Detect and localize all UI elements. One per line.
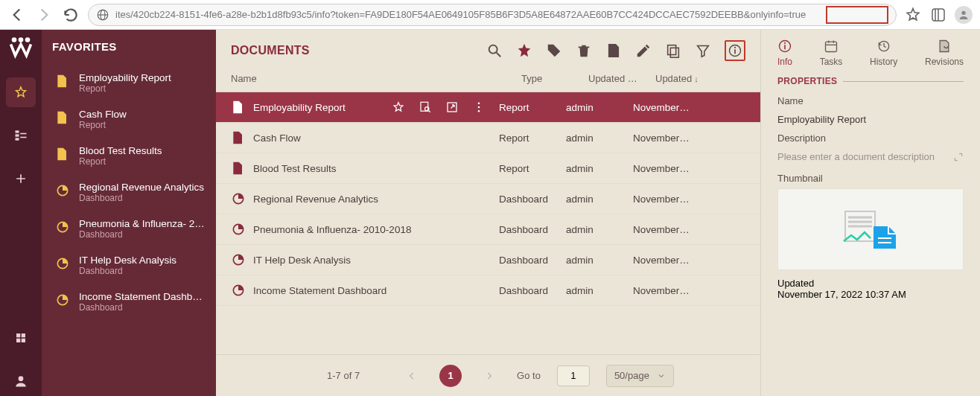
document-icon <box>231 161 246 176</box>
url-text: ites/420cb224-8151-4fe6-a28e-b2b1d8fb93c… <box>115 9 888 20</box>
row-star-icon[interactable] <box>392 100 405 114</box>
row-name: Cash Flow <box>253 132 301 144</box>
row-updated-by: admin <box>566 194 633 205</box>
table-row[interactable]: IT Help Desk AnalysisDashboardadminNovem… <box>216 245 760 275</box>
goto-input[interactable] <box>557 365 590 386</box>
row-updated: November… <box>633 132 715 144</box>
documents-panel: DOCUMENTS Name Type Updated … Updated↓ E… <box>216 30 760 396</box>
globe-icon <box>96 8 109 22</box>
info-button[interactable] <box>725 40 745 61</box>
row-type: Report <box>499 163 566 174</box>
document-icon <box>231 130 246 145</box>
row-updated-by: admin <box>566 163 633 174</box>
tag-button[interactable] <box>546 42 562 59</box>
col-updated[interactable]: Updated↓ <box>655 73 737 84</box>
dashboard-icon <box>231 191 246 206</box>
row-name: Pneumonia & Influenza- 2010-2018 <box>253 224 411 235</box>
documents-title: DOCUMENTS <box>231 44 486 57</box>
row-updated-by: admin <box>566 102 633 113</box>
row-type: Dashboard <box>499 285 566 296</box>
row-name: Regional Revenue Analytics <box>253 194 378 205</box>
rail-favorites[interactable] <box>6 77 36 107</box>
row-more-icon[interactable] <box>472 100 486 114</box>
row-open-icon[interactable] <box>445 100 459 114</box>
sort-desc-icon: ↓ <box>694 74 699 83</box>
goto-label: Go to <box>517 370 541 381</box>
row-updated: November… <box>633 285 715 296</box>
row-updated: November… <box>633 102 715 113</box>
table-row[interactable]: Regional Revenue AnalyticsDashboardadmin… <box>216 184 760 214</box>
row-name: Employability Report <box>253 102 346 113</box>
rows-container: Employability ReportReportadminNovember…… <box>216 92 760 354</box>
document-icon <box>231 100 246 115</box>
browser-chrome: ites/420cb224-8151-4fe6-a28e-b2b1d8fb93c… <box>0 0 980 30</box>
row-type: Dashboard <box>499 224 566 235</box>
row-type: Report <box>499 102 566 113</box>
page-size-select[interactable]: 50/page <box>606 365 674 387</box>
row-preview-icon[interactable] <box>419 100 432 114</box>
next-page-button[interactable] <box>478 365 500 387</box>
page-number[interactable]: 1 <box>439 365 462 387</box>
table-row[interactable]: Income Statement DashboardDashboardadmin… <box>216 275 760 306</box>
row-type: Dashboard <box>499 255 566 266</box>
column-header: Name Type Updated … Updated↓ <box>216 68 760 92</box>
toolbar <box>486 40 745 61</box>
chevron-down-icon <box>657 371 666 380</box>
delete-button[interactable] <box>576 42 592 59</box>
url-bar[interactable]: ites/420cb224-8151-4fe6-a28e-b2b1d8fb93c… <box>88 4 897 26</box>
prev-page-button[interactable] <box>401 365 423 387</box>
row-updated-by: admin <box>566 255 633 266</box>
dashboard-icon <box>231 283 246 298</box>
row-name: IT Help Desk Analysis <box>253 255 351 266</box>
col-updated-by[interactable]: Updated … <box>588 73 655 84</box>
table-row[interactable]: Pneumonia & Influenza- 2010-2018Dashboar… <box>216 214 760 245</box>
row-name: Blood Test Results <box>253 163 337 174</box>
table-row[interactable]: Blood Test ResultsReportadminNovember… <box>216 153 760 184</box>
table-row[interactable]: Employability ReportReportadminNovember… <box>216 92 760 123</box>
col-name[interactable]: Name <box>231 73 521 84</box>
row-updated: November… <box>633 194 715 205</box>
row-type: Report <box>499 132 566 144</box>
row-updated: November… <box>633 163 715 174</box>
download-button[interactable] <box>605 42 622 59</box>
search-button[interactable] <box>486 42 503 59</box>
table-row[interactable]: Cash FlowReportadminNovember… <box>216 123 760 153</box>
row-updated: November… <box>633 224 715 235</box>
favorite-button[interactable] <box>516 42 532 59</box>
dashboard-icon <box>231 252 246 267</box>
row-updated-by: admin <box>566 285 633 296</box>
filter-button[interactable] <box>695 42 711 59</box>
pagination-footer: 1-7 of 7 1 Go to 50/page <box>216 354 760 396</box>
row-name: Income Statement Dashboard <box>253 285 386 296</box>
row-type: Dashboard <box>499 194 566 205</box>
row-updated: November… <box>633 255 715 266</box>
range-label: 1-7 of 7 <box>302 370 384 381</box>
row-updated-by: admin <box>566 132 633 144</box>
col-type[interactable]: Type <box>521 73 588 84</box>
dashboard-icon <box>231 222 246 237</box>
copy-button[interactable] <box>665 42 681 59</box>
row-updated-by: admin <box>566 224 633 235</box>
edit-button[interactable] <box>635 42 652 59</box>
